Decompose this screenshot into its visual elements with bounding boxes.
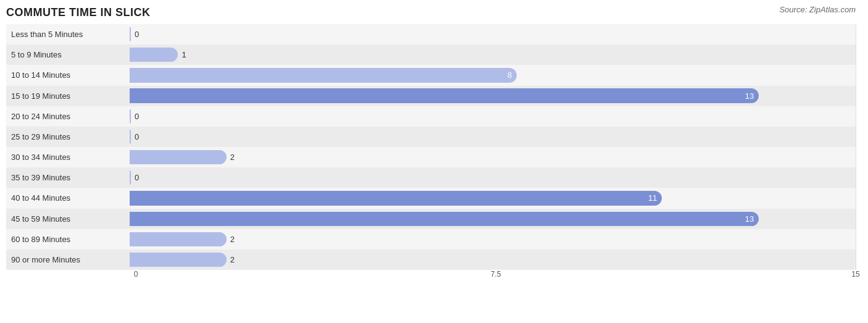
bar-value: 13: [745, 91, 754, 101]
bar-label: 25 to 29 Minutes: [6, 132, 130, 141]
bar-value: 8: [507, 70, 512, 80]
bar-value: 0: [135, 30, 139, 39]
bar-row: 10 to 14 Minutes8: [6, 65, 856, 85]
bar-track: 2: [130, 250, 856, 270]
bar-track: 2: [130, 229, 856, 250]
bar-fill: 13: [130, 212, 759, 226]
bar-value: 2: [230, 255, 235, 264]
bars-area: Less than 5 Minutes05 to 9 Minutes110 to…: [6, 24, 856, 282]
bar-fill: [130, 27, 131, 41]
bar-track: 2: [130, 147, 856, 167]
bar-label: 45 to 59 Minutes: [6, 214, 130, 224]
grid-line-100: [856, 24, 856, 270]
bar-fill: [130, 253, 227, 267]
bar-track: 0: [130, 24, 856, 44]
x-tick-mid: 7.5: [491, 270, 501, 279]
bar-label: 15 to 19 Minutes: [6, 91, 130, 101]
bar-track: 0: [130, 127, 856, 147]
bar-fill: [130, 232, 227, 246]
bar-track: 8: [130, 65, 856, 85]
bar-track: 11: [130, 188, 856, 208]
bar-value: 2: [230, 153, 235, 162]
bar-row: 5 to 9 Minutes1: [6, 44, 856, 65]
bar-fill: 8: [130, 68, 517, 82]
bar-value: 0: [135, 112, 139, 121]
chart-title: COMMUTE TIME IN SLICK: [6, 6, 856, 19]
bar-label: 30 to 34 Minutes: [6, 153, 130, 162]
bar-row: 90 or more Minutes2: [6, 250, 856, 270]
bar-fill: [130, 170, 131, 185]
bar-label: 40 to 44 Minutes: [6, 193, 130, 203]
bar-track: 0: [130, 167, 856, 188]
chart-container: COMMUTE TIME IN SLICK Source: ZipAtlas.c…: [0, 0, 868, 323]
bar-label: Less than 5 Minutes: [6, 30, 130, 39]
source-label: Source: ZipAtlas.com: [779, 5, 856, 14]
bar-row: 60 to 89 Minutes2: [6, 229, 856, 250]
bar-row: 15 to 19 Minutes13: [6, 86, 856, 106]
bar-fill: 13: [130, 88, 759, 103]
bar-track: 1: [130, 44, 856, 65]
bar-label: 90 or more Minutes: [6, 255, 130, 264]
x-tick-0: 0: [134, 270, 138, 279]
bar-row: 30 to 34 Minutes2: [6, 147, 856, 167]
bar-value: 11: [648, 193, 657, 203]
bar-value: 13: [745, 214, 754, 224]
bar-row: 25 to 29 Minutes0: [6, 127, 856, 147]
bar-fill: [130, 48, 178, 62]
x-axis: 0 7.5 15: [136, 270, 856, 282]
x-tick-max: 15: [851, 270, 859, 279]
bar-value: 0: [135, 173, 139, 182]
bar-track: 13: [130, 209, 856, 229]
bar-row: 35 to 39 Minutes0: [6, 167, 856, 188]
bar-label: 10 to 14 Minutes: [6, 70, 130, 80]
bar-track: 0: [130, 106, 856, 127]
bar-fill: [130, 130, 131, 144]
bar-label: 35 to 39 Minutes: [6, 173, 130, 182]
bar-track: 13: [130, 86, 856, 106]
bar-value: 0: [135, 132, 139, 141]
bar-value: 2: [230, 235, 235, 244]
bars-container: Less than 5 Minutes05 to 9 Minutes110 to…: [6, 24, 856, 270]
bar-row: Less than 5 Minutes0: [6, 24, 856, 44]
bar-row: 45 to 59 Minutes13: [6, 209, 856, 229]
bar-row: 20 to 24 Minutes0: [6, 106, 856, 127]
bar-value: 1: [182, 50, 186, 59]
bar-fill: [130, 150, 227, 164]
bar-row: 40 to 44 Minutes11: [6, 188, 856, 208]
bar-label: 5 to 9 Minutes: [6, 50, 130, 59]
bar-fill: 11: [130, 191, 662, 205]
bar-label: 20 to 24 Minutes: [6, 112, 130, 121]
bar-label: 60 to 89 Minutes: [6, 235, 130, 244]
bar-fill: [130, 109, 131, 124]
